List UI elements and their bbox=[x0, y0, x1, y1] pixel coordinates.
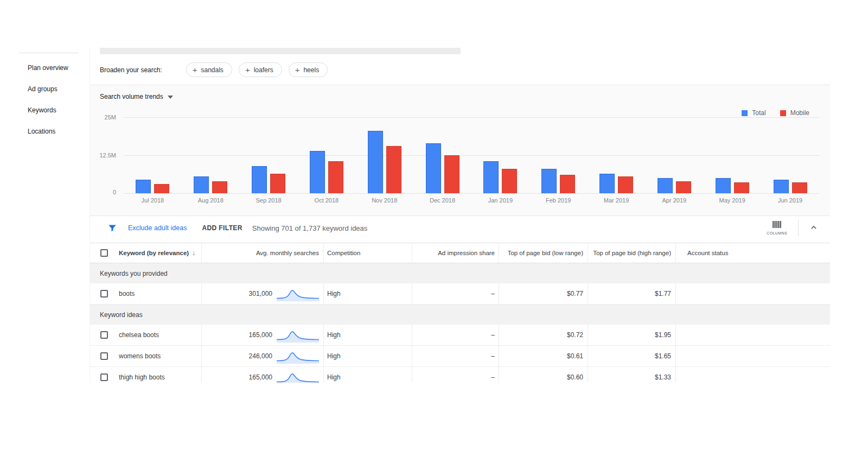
sparkline-chart bbox=[277, 286, 319, 301]
account-status-cell bbox=[675, 346, 830, 366]
account-status-cell bbox=[675, 325, 830, 345]
chart-legend: TotalMobile bbox=[742, 109, 809, 117]
columns-button-label: COLUMNS bbox=[767, 231, 787, 235]
ad-impression-share-cell: – bbox=[412, 325, 499, 345]
broaden-chip-heels[interactable]: +heels bbox=[289, 62, 328, 77]
bar-group: Jan 2019 bbox=[471, 117, 529, 205]
broaden-chip-sandals[interactable]: +sandals bbox=[186, 62, 232, 77]
bar-total-jan-2019 bbox=[483, 161, 499, 193]
column-header-bidlow[interactable]: Top of page bid (low range) bbox=[499, 243, 588, 263]
x-axis-label: Feb 2019 bbox=[529, 193, 588, 204]
table-row: womens boots246,000High–$0.61$1.65 bbox=[90, 346, 830, 367]
y-axis-label: 12.5M bbox=[99, 152, 116, 159]
sparkline-chart bbox=[277, 327, 319, 343]
bar-total-mar-2019 bbox=[599, 174, 615, 193]
broaden-chip-loafers[interactable]: +loafers bbox=[239, 62, 282, 77]
table-header-row: Keyword (by relevance)↓Avg. monthly sear… bbox=[90, 243, 830, 263]
filter-funnel-icon bbox=[107, 223, 117, 233]
column-header-adshare[interactable]: Ad impression share bbox=[412, 243, 499, 263]
select-all-checkbox[interactable] bbox=[100, 249, 108, 257]
bar-total-jun-2019 bbox=[774, 180, 789, 193]
bar-pair bbox=[703, 117, 761, 193]
avg-monthly-searches-cell: 246,000 bbox=[201, 346, 323, 366]
column-header-status[interactable]: Account status bbox=[675, 243, 830, 263]
add-filter-button[interactable]: ADD FILTER bbox=[202, 224, 242, 232]
competition-cell: High bbox=[323, 367, 412, 383]
chart-plot: Jul 2018Aug 2018Sep 2018Oct 2018Nov 2018… bbox=[124, 117, 819, 205]
bar-mobile-may-2019 bbox=[734, 182, 749, 193]
legend-label: Mobile bbox=[790, 109, 809, 117]
row-checkbox[interactable] bbox=[100, 331, 108, 339]
x-axis-label: Aug 2018 bbox=[182, 193, 240, 204]
competition-cell-value: High bbox=[327, 373, 341, 381]
keyword-cell: thigh high boots bbox=[112, 367, 201, 383]
top-of-page-bid-high-cell-value: $1.65 bbox=[655, 352, 671, 360]
table-body: Keywords you providedboots301,000High–$0… bbox=[90, 263, 830, 383]
scrolled-toolbar-remnant bbox=[100, 48, 461, 54]
collapse-panel-button[interactable] bbox=[806, 220, 821, 237]
bar-total-apr-2019 bbox=[658, 178, 673, 193]
trends-title: Search volume trends bbox=[100, 93, 163, 100]
legend-swatch-total bbox=[742, 110, 748, 116]
sidebar-item-plan-overview[interactable]: Plan overview bbox=[19, 58, 80, 79]
y-axis-label: 25M bbox=[105, 114, 116, 121]
avg-monthly-searches-cell: 165,000 bbox=[201, 367, 323, 383]
bar-pair bbox=[297, 117, 355, 193]
bar-mobile-oct-2018 bbox=[328, 161, 343, 193]
ad-impression-share-cell: – bbox=[412, 346, 499, 366]
column-header-label: Keyword (by relevance) bbox=[119, 250, 189, 256]
top-of-page-bid-low-cell-value: $0.72 bbox=[567, 331, 583, 339]
column-header-avg[interactable]: Avg. monthly searches bbox=[201, 243, 323, 263]
column-header-bidhigh[interactable]: Top of page bid (high range) bbox=[588, 243, 675, 263]
bar-pair bbox=[529, 117, 588, 193]
keyword-cell: boots bbox=[112, 283, 201, 304]
row-checkbox[interactable] bbox=[100, 373, 108, 381]
bar-pair bbox=[182, 117, 240, 193]
sort-descending-icon: ↓ bbox=[192, 249, 195, 257]
bar-pair bbox=[761, 117, 819, 193]
bar-group: Sep 2018 bbox=[240, 117, 298, 205]
row-checkbox[interactable] bbox=[100, 290, 108, 297]
sidebar-item-ad-groups[interactable]: Ad groups bbox=[19, 79, 80, 100]
chip-label: loafers bbox=[254, 66, 273, 74]
sidebar: Plan overviewAd groupsKeywordsLocations bbox=[19, 53, 80, 142]
top-of-page-bid-high-cell: $1.77 bbox=[588, 283, 675, 304]
columns-button[interactable]: COLUMNS bbox=[764, 220, 789, 236]
bar-total-jul-2018 bbox=[136, 180, 151, 193]
bar-group: May 2019 bbox=[703, 117, 761, 205]
keyword-planner-app: Plan overviewAd groupsKeywordsLocations … bbox=[0, 0, 868, 456]
row-select-cell bbox=[90, 367, 112, 383]
sidebar-item-keywords[interactable]: Keywords bbox=[19, 100, 80, 121]
chart-area: 25M12.5M0 Jul 2018Aug 2018Sep 2018Oct 20… bbox=[90, 117, 830, 205]
competition-cell: High bbox=[323, 283, 412, 304]
x-axis-label: Nov 2018 bbox=[355, 193, 413, 204]
column-header-label: Ad impression share bbox=[438, 250, 495, 256]
bar-pair bbox=[413, 117, 471, 193]
main-panel: Broaden your search: +sandals+loafers+he… bbox=[90, 48, 830, 383]
bar-group: Apr 2019 bbox=[645, 117, 703, 205]
chip-label: heels bbox=[303, 66, 319, 74]
row-checkbox[interactable] bbox=[100, 352, 108, 360]
top-of-page-bid-high-cell-value: $1.33 bbox=[655, 373, 671, 381]
keyword-cell: womens boots bbox=[112, 346, 201, 366]
x-axis-label: Oct 2018 bbox=[297, 193, 355, 204]
keyword-cell: chelsea boots bbox=[112, 325, 201, 345]
keyword-cell-value: thigh high boots bbox=[119, 373, 165, 381]
keyword-cell-value: chelsea boots bbox=[119, 331, 159, 339]
chart-y-axis: 25M12.5M0 bbox=[90, 117, 124, 193]
x-axis-label: Dec 2018 bbox=[413, 193, 471, 204]
account-status-cell bbox=[675, 367, 830, 383]
avg-monthly-searches-cell: 165,000 bbox=[201, 325, 323, 345]
bar-mobile-apr-2019 bbox=[676, 181, 691, 193]
search-volume-trends-dropdown[interactable]: Search volume trends bbox=[100, 93, 173, 100]
ad-impression-share-cell-value: – bbox=[491, 352, 495, 360]
column-header-comp[interactable]: Competition bbox=[323, 243, 412, 263]
exclude-adult-ideas-link[interactable]: Exclude adult ideas bbox=[128, 224, 187, 232]
search-volume-trends-section: Search volume trends TotalMobile 25M12.5… bbox=[90, 85, 830, 216]
top-of-page-bid-low-cell-value: $0.60 bbox=[567, 373, 583, 381]
top-of-page-bid-low-cell: $0.61 bbox=[499, 346, 588, 366]
ad-impression-share-cell-value: – bbox=[491, 373, 495, 381]
account-status-cell bbox=[675, 283, 830, 304]
sidebar-item-locations[interactable]: Locations bbox=[19, 121, 80, 142]
column-header-keyword[interactable]: Keyword (by relevance)↓ bbox=[112, 243, 201, 263]
